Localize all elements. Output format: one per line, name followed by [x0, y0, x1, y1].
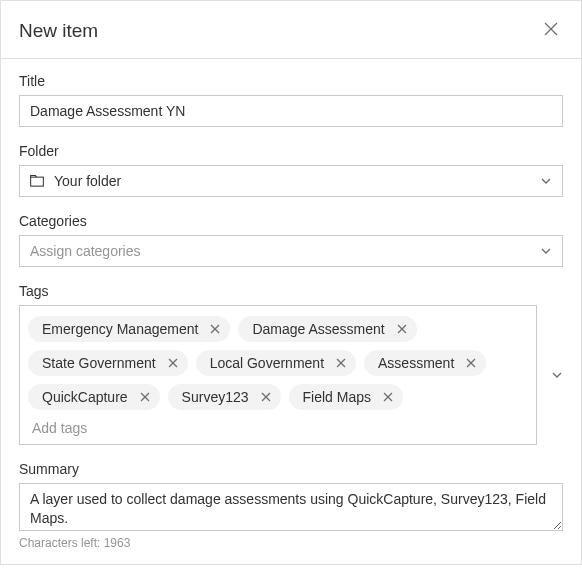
- tag-chip: Local Government: [196, 350, 356, 376]
- tag-remove-button[interactable]: [168, 356, 178, 371]
- tags-box[interactable]: Emergency ManagementDamage AssessmentSta…: [19, 305, 537, 445]
- tag-chip: Emergency Management: [28, 316, 230, 342]
- tag-remove-button[interactable]: [210, 322, 220, 337]
- tag-label: Survey123: [182, 389, 249, 405]
- folder-value: Your folder: [54, 173, 121, 189]
- tag-chip: Survey123: [168, 384, 281, 410]
- categories-field-group: Categories Assign categories: [19, 213, 563, 267]
- tag-label: Damage Assessment: [252, 321, 384, 337]
- folder-icon: [30, 175, 44, 187]
- close-icon: [543, 21, 559, 40]
- close-icon: [210, 322, 220, 337]
- tag-chip: QuickCapture: [28, 384, 160, 410]
- folder-field-group: Folder Your folder: [19, 143, 563, 197]
- svg-rect-2: [31, 177, 44, 186]
- tag-label: State Government: [42, 355, 156, 371]
- close-icon: [383, 390, 393, 405]
- close-icon: [261, 390, 271, 405]
- title-input[interactable]: [19, 95, 563, 127]
- tag-remove-button[interactable]: [466, 356, 476, 371]
- tags-expand-button[interactable]: [551, 369, 563, 381]
- summary-label: Summary: [19, 461, 563, 477]
- tag-chip: Damage Assessment: [238, 316, 416, 342]
- tag-label: Local Government: [210, 355, 324, 371]
- summary-char-count: Characters left: 1963: [19, 536, 563, 550]
- tags-input[interactable]: [28, 414, 528, 438]
- new-item-dialog: New item Title Folder: [0, 0, 582, 565]
- tag-chip: Field Maps: [289, 384, 403, 410]
- chevron-down-icon: [540, 245, 552, 257]
- categories-placeholder: Assign categories: [30, 243, 141, 259]
- folder-label: Folder: [19, 143, 563, 159]
- tag-remove-button[interactable]: [383, 390, 393, 405]
- categories-label: Categories: [19, 213, 563, 229]
- close-icon: [336, 356, 346, 371]
- tag-remove-button[interactable]: [261, 390, 271, 405]
- dialog-title: New item: [19, 20, 98, 42]
- tags-label: Tags: [19, 283, 563, 299]
- tags-row: Emergency ManagementDamage AssessmentSta…: [28, 316, 528, 410]
- categories-select[interactable]: Assign categories: [19, 235, 563, 267]
- close-icon: [140, 390, 150, 405]
- tags-outer: Emergency ManagementDamage AssessmentSta…: [19, 305, 563, 445]
- close-icon: [168, 356, 178, 371]
- tag-remove-button[interactable]: [140, 390, 150, 405]
- tag-chip: Assessment: [364, 350, 486, 376]
- dialog-header: New item: [1, 1, 581, 59]
- summary-textarea[interactable]: [19, 483, 563, 531]
- title-field-group: Title: [19, 73, 563, 127]
- close-icon: [466, 356, 476, 371]
- title-label: Title: [19, 73, 563, 89]
- tag-remove-button[interactable]: [397, 322, 407, 337]
- dialog-body: Title Folder Your folder: [1, 59, 581, 564]
- tag-label: Emergency Management: [42, 321, 198, 337]
- close-button[interactable]: [539, 17, 563, 44]
- folder-select[interactable]: Your folder: [19, 165, 563, 197]
- summary-field-group: Summary Characters left: 1963: [19, 461, 563, 550]
- tag-label: Field Maps: [303, 389, 371, 405]
- chevron-down-icon: [540, 175, 552, 187]
- tag-chip: State Government: [28, 350, 188, 376]
- tag-remove-button[interactable]: [336, 356, 346, 371]
- tag-label: QuickCapture: [42, 389, 128, 405]
- tag-label: Assessment: [378, 355, 454, 371]
- close-icon: [397, 322, 407, 337]
- tags-field-group: Tags Emergency ManagementDamage Assessme…: [19, 283, 563, 445]
